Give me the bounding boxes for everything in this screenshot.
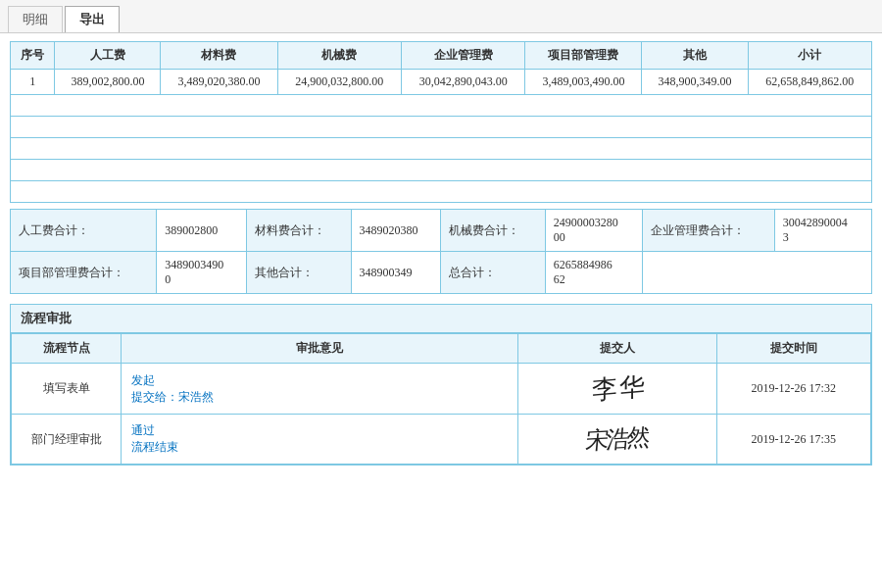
summary-row-1: 人工费合计： 389002800 材料费合计： 3489020380 机械费合计…: [11, 210, 872, 252]
approval-node-2: 部门经理审批: [12, 415, 122, 465]
approval-col-time: 提交时间: [716, 334, 870, 364]
grand-total-label: 总合计：: [441, 252, 545, 294]
approval-opinion-line2-2: 流程结束: [131, 440, 178, 454]
approval-time-1: 2019-12-26 17:32: [716, 364, 870, 415]
tab-dachu[interactable]: 导出: [65, 6, 120, 32]
approval-time-2: 2019-12-26 17:35: [716, 415, 870, 465]
approval-table: 流程节点 审批意见 提交人 提交时间 填写表单 发起 提交给：宋浩然 李 华: [11, 333, 871, 465]
col-header-labor: 人工费: [55, 42, 161, 70]
approval-section: 流程审批 流程节点 审批意见 提交人 提交时间 填写表单 发起 提交给：宋浩然: [10, 304, 872, 466]
project-mgmt-total-label: 项目部管理费合计：: [11, 252, 157, 294]
approval-submitter-2: 宋浩然: [518, 415, 716, 465]
empty-row-2: [11, 117, 872, 138]
col-header-other: 其他: [642, 42, 748, 70]
cell-labor: 389,002,800.00: [55, 70, 161, 95]
approval-opinion-2: 通过 流程结束: [122, 415, 518, 465]
main-data-table: 序号 人工费 材料费 机械费 企业管理费 项目部管理费 其他 小计 1 389,…: [10, 41, 872, 203]
enterprise-mgmt-total-value: 300428900043: [774, 210, 871, 252]
approval-opinion-line1-1: 发起: [131, 373, 155, 387]
approval-opinion-1: 发起 提交给：宋浩然: [122, 364, 518, 415]
col-header-subtotal: 小计: [748, 42, 871, 70]
approval-title: 流程审批: [11, 305, 871, 333]
project-mgmt-total-value: 34890034900: [157, 252, 247, 294]
col-header-material: 材料费: [161, 42, 277, 70]
cell-subtotal: 62,658,849,862.00: [748, 70, 871, 95]
summary-table: 人工费合计： 389002800 材料费合计： 3489020380 机械费合计…: [10, 209, 872, 294]
col-header-enterprise-mgmt: 企业管理费: [401, 42, 524, 70]
empty-row-4: [11, 160, 872, 181]
other-total-label: 其他合计：: [247, 252, 351, 294]
cell-project-mgmt: 3,489,003,490.00: [525, 70, 642, 95]
tab-mingxi[interactable]: 明细: [8, 6, 63, 32]
empty-row-1: [11, 95, 872, 117]
approval-row-1: 填写表单 发起 提交给：宋浩然 李 华 2019-12-26 17:32: [12, 364, 871, 415]
approval-opinion-line2-1: 提交给：宋浩然: [131, 390, 214, 404]
signature-1: 李 华: [592, 369, 643, 409]
machinery-total-label: 机械费合计：: [441, 210, 545, 252]
empty-row-5: [11, 181, 872, 203]
table-row: 1 389,002,800.00 3,489,020,380.00 24,900…: [11, 70, 872, 95]
empty-row-3: [11, 138, 872, 160]
cell-material: 3,489,020,380.00: [161, 70, 277, 95]
approval-opinion-line1-2: 通过: [131, 423, 155, 437]
material-total-value: 3489020380: [351, 210, 441, 252]
material-total-label: 材料费合计：: [247, 210, 351, 252]
summary-row-2: 项目部管理费合计： 34890034900 其他合计： 348900349 总合…: [11, 252, 872, 294]
summary-empty: [642, 252, 871, 294]
labor-total-label: 人工费合计：: [11, 210, 157, 252]
tab-bar: 明细 导出: [0, 0, 882, 33]
machinery-total-value: 2490000328000: [545, 210, 642, 252]
cell-seq: 1: [11, 70, 55, 95]
cell-enterprise-mgmt: 30,042,890,043.00: [401, 70, 524, 95]
col-header-machinery: 机械费: [277, 42, 401, 70]
signature-2: 宋浩然: [585, 421, 650, 456]
main-content: 序号 人工费 材料费 机械费 企业管理费 项目部管理费 其他 小计 1 389,…: [0, 33, 882, 473]
cell-machinery: 24,900,032,800.00: [277, 70, 401, 95]
labor-total-value: 389002800: [157, 210, 247, 252]
other-total-value: 348900349: [351, 252, 441, 294]
approval-col-opinion: 审批意见: [122, 334, 518, 364]
approval-col-node: 流程节点: [12, 334, 122, 364]
cell-other: 348,900,349.00: [642, 70, 748, 95]
grand-total-value: 626588498662: [545, 252, 642, 294]
approval-node-1: 填写表单: [12, 364, 122, 415]
approval-submitter-1: 李 华: [518, 364, 716, 415]
approval-row-2: 部门经理审批 通过 流程结束 宋浩然 2019-12-26 17:35: [12, 415, 871, 465]
enterprise-mgmt-total-label: 企业管理费合计：: [642, 210, 774, 252]
col-header-project-mgmt: 项目部管理费: [525, 42, 642, 70]
col-header-seq: 序号: [11, 42, 55, 70]
approval-col-submitter: 提交人: [518, 334, 716, 364]
